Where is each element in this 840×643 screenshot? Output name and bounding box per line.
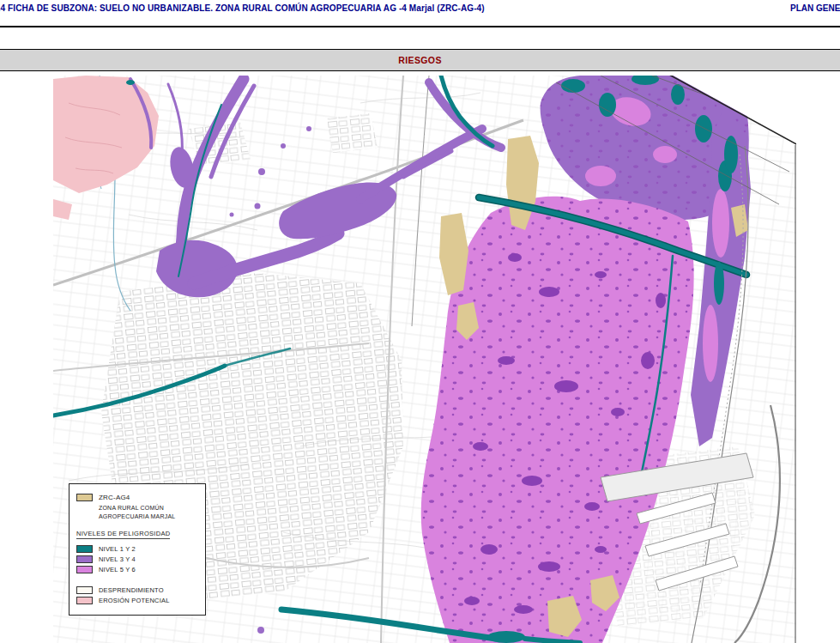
- zone-name-line2: AGROPECUARIA MARJAL: [99, 513, 198, 520]
- map-legend: ZRC-AG4 ZONA RURAL COMÚN AGROPECUARIA MA…: [69, 483, 206, 616]
- legend-erosion-row: EROSIÓN POTENCIAL: [76, 597, 198, 604]
- hazard-5-6-swatch: [76, 566, 93, 573]
- erosion-swatch: [76, 597, 93, 604]
- legend-level-5-6-row: NIVEL 5 Y 6: [76, 566, 198, 573]
- hazard-levels-title: NIVELES DE PELIGROSIDAD: [76, 530, 170, 539]
- zone-color-swatch: [76, 494, 93, 501]
- zone-name-line1: ZONA RURAL COMÚN: [99, 504, 198, 512]
- legend-zone-row: ZRC-AG4: [76, 494, 198, 501]
- hazard-3-4-label: NIVEL 3 Y 4: [99, 555, 136, 563]
- hazard-3-4-swatch: [76, 555, 93, 563]
- hazard-1-2-label: NIVEL 1 Y 2: [99, 545, 136, 553]
- landslide-label: DESPRENDIMIENTO: [99, 586, 164, 594]
- zone-code-label: ZRC-AG4: [99, 494, 130, 501]
- legend-landslide-row: DESPRENDIMIENTO: [76, 586, 198, 594]
- legend-level-3-4-row: NIVEL 3 Y 4: [76, 555, 198, 563]
- landslide-swatch: [76, 586, 93, 594]
- legend-level-1-2-row: NIVEL 1 Y 2: [76, 545, 198, 553]
- erosion-label: EROSIÓN POTENCIAL: [99, 597, 170, 604]
- hazard-1-2-swatch: [76, 545, 93, 553]
- hazard-5-6-label: NIVEL 5 Y 6: [99, 566, 136, 573]
